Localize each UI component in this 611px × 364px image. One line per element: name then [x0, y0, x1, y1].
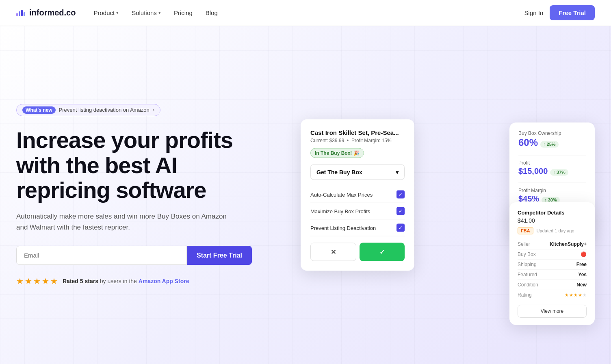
hero-section: What's new Prevent listing deactivation …	[0, 26, 611, 364]
feature-row-3: Prevent Listing Deactivation ✓	[310, 220, 405, 236]
strategy-select[interactable]: Get The Buy Box ▾	[310, 165, 405, 180]
checkbox-2[interactable]: ✓	[396, 207, 405, 215]
checkbox-1[interactable]: ✓	[396, 191, 405, 199]
star-2: ★	[25, 276, 32, 286]
nav-product[interactable]: Product ▾	[89, 6, 124, 20]
rating-text: Rated 5 stars by users in the Amazon App…	[63, 278, 189, 284]
whats-new-badge[interactable]: What's new Prevent listing deactivation …	[16, 104, 160, 116]
stat-profit-margin: Profit Margin $45% ↑ 30%	[518, 188, 586, 204]
email-form: Start Free Trial	[16, 246, 252, 265]
arrow-icon: ›	[153, 107, 154, 113]
feature-row-2: Maximize Buy Box Profits ✓	[310, 203, 405, 220]
comp-row-featured: Featured Yes	[518, 270, 587, 280]
competitor-card: Competitor Details $41.00 FBA Updated 1 …	[509, 202, 595, 325]
competitor-price: $41.00	[518, 217, 587, 224]
stat-buy-box: Buy Box Ownership 60% ↑ 25%	[518, 130, 586, 148]
comp-row-shipping: Shipping Free	[518, 260, 587, 270]
logo[interactable]: informed.co	[16, 8, 76, 17]
nav-right: Sign In Free Trial	[524, 5, 595, 20]
stat-badge-2: ↑ 37%	[550, 169, 568, 176]
action-buttons: ✕ ✓	[310, 243, 405, 261]
confirm-button[interactable]: ✓	[360, 243, 405, 261]
nav-links: Product ▾ Solutions ▾ Pricing Blog	[89, 6, 222, 20]
sign-in-link[interactable]: Sign In	[524, 9, 544, 16]
comp-row-condition: Condition New	[518, 280, 587, 290]
fba-tag: FBA	[518, 227, 533, 234]
nav-pricing[interactable]: Pricing	[169, 6, 197, 20]
whats-new-text: Prevent listing deactivation on Amazon	[59, 107, 150, 113]
feature-row-1: Auto-Calculate Max Prices ✓	[310, 186, 405, 203]
hero-cards: Cast Iron Skillet Set, Pre-Sea... Curren…	[268, 73, 595, 317]
hero-subtext: Automatically make more sales and win mo…	[16, 211, 228, 233]
comp-row-seller: Seller KitchenSupply+	[518, 239, 587, 249]
nav-blog[interactable]: Blog	[201, 6, 223, 20]
navbar: informed.co Product ▾ Solutions ▾ Pricin…	[0, 0, 611, 26]
nav-left: informed.co Product ▾ Solutions ▾ Pricin…	[16, 6, 223, 20]
updated-text: Updated 1 day ago	[537, 228, 574, 233]
competitor-tags: FBA Updated 1 day ago	[518, 227, 587, 234]
cancel-button[interactable]: ✕	[310, 243, 356, 261]
checkbox-3[interactable]: ✓	[396, 224, 405, 232]
nav-solutions[interactable]: Solutions ▾	[127, 6, 166, 20]
whats-new-tag: What's new	[22, 106, 56, 114]
star-5: ★	[50, 276, 58, 286]
chevron-down-icon: ▾	[158, 10, 161, 15]
star-1: ★	[16, 276, 24, 286]
email-input[interactable]	[16, 246, 187, 265]
star-4: ★	[42, 276, 49, 286]
start-trial-button[interactable]: Start Free Trial	[187, 246, 252, 265]
product-title: Cast Iron Skillet Set, Pre-Sea...	[310, 129, 405, 136]
buybox-icon: 🔴	[581, 251, 587, 257]
comp-row-rating: Rating ★ ★ ★ ★ ★	[518, 290, 587, 300]
logo-icon	[16, 10, 25, 16]
rating-row: ★ ★ ★ ★ ★ Rated 5 stars by users in the …	[16, 276, 252, 286]
chevron-down-icon: ▾	[116, 10, 119, 15]
product-meta: Current: $39.99 • Profit Margin: 15%	[310, 138, 405, 143]
stat-badge-1: ↑ 25%	[540, 141, 559, 147]
logo-text: informed.co	[29, 8, 76, 17]
star-rating: ★ ★ ★ ★ ★	[16, 276, 58, 286]
star-3: ★	[33, 276, 41, 286]
product-card: Cast Iron Skillet Set, Pre-Sea... Curren…	[301, 119, 414, 271]
competitor-title: Competitor Details	[518, 210, 587, 216]
hero-content: What's new Prevent listing deactivation …	[16, 104, 268, 286]
free-trial-button[interactable]: Free Trial	[550, 5, 595, 20]
chevron-down-icon: ▾	[396, 169, 399, 176]
hero-headline: Increase your profits with the best AI r…	[16, 128, 252, 203]
view-more-button[interactable]: View more	[518, 305, 587, 318]
comp-star-rating: ★ ★ ★ ★ ★	[565, 292, 587, 298]
amazon-app-store-link[interactable]: Amazon App Store	[139, 278, 189, 284]
stat-profit: Profit $15,000 ↑ 37%	[518, 160, 586, 176]
rating-stars-label: Rated 5 stars	[63, 278, 98, 284]
buy-box-badge: In The Buy Box! 🎉	[310, 148, 364, 158]
comp-row-buybox: Buy Box 🔴	[518, 249, 587, 260]
